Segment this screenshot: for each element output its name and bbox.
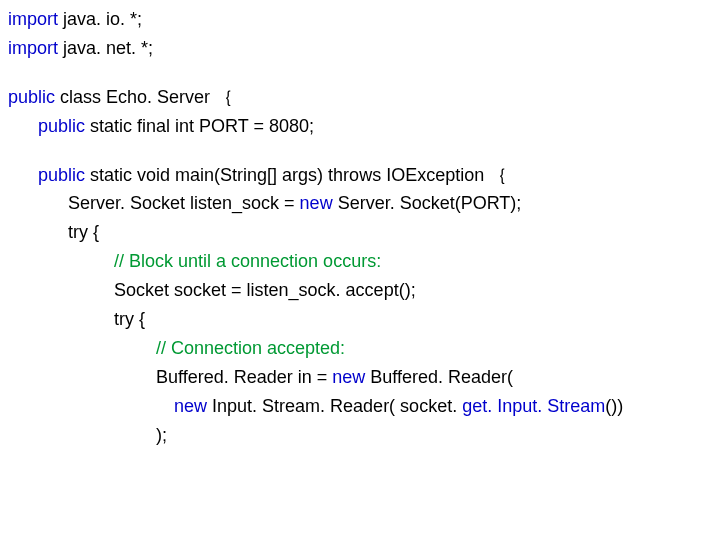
blank-line	[8, 66, 712, 86]
code-line: try {	[8, 221, 712, 250]
code-text: Server. Socket(PORT);	[333, 193, 527, 213]
code-line: public class Echo. Server ｛	[8, 86, 712, 115]
code-text: static final int PORT = 8080;	[85, 116, 319, 136]
code-text: Server. Socket listen_sock =	[68, 193, 300, 213]
code-line: new Input. Stream. Reader( socket. get. …	[8, 395, 712, 424]
code-block: import java. io. *; import java. net. *;…	[0, 0, 720, 452]
code-text: try {	[114, 309, 145, 329]
comment: // Connection accepted:	[156, 338, 350, 358]
keyword-public: public	[8, 87, 55, 107]
method-call: get. Input. Stream	[462, 396, 605, 416]
code-text: try {	[68, 222, 99, 242]
comment: // Block until a connection occurs:	[114, 251, 386, 271]
code-line: // Block until a connection occurs:	[8, 250, 712, 279]
keyword-public: public	[38, 165, 85, 185]
code-text: ())	[605, 396, 623, 416]
keyword-new: new	[300, 193, 333, 213]
code-line: public static void main(String[] args) t…	[8, 164, 712, 193]
keyword-import: import	[8, 38, 58, 58]
code-text: static void main(String[] args) throws I…	[85, 165, 507, 185]
blank-line	[8, 144, 712, 164]
keyword-new: new	[174, 396, 207, 416]
code-line: // Connection accepted:	[8, 337, 712, 366]
code-text: Socket socket = listen_sock. accept();	[114, 280, 421, 300]
code-text: java. net. *;	[58, 38, 158, 58]
code-text: class Echo. Server ｛	[55, 87, 233, 107]
code-text: );	[156, 425, 172, 445]
code-line: import java. net. *;	[8, 37, 712, 66]
code-line: public static final int PORT = 8080;	[8, 115, 712, 144]
keyword-import: import	[8, 9, 58, 29]
code-text: Buffered. Reader(	[365, 367, 513, 387]
code-line: );	[8, 424, 712, 453]
code-line: Buffered. Reader in = new Buffered. Read…	[8, 366, 712, 395]
code-text: java. io. *;	[58, 9, 147, 29]
code-line: try {	[8, 308, 712, 337]
code-line: Server. Socket listen_sock = new Server.…	[8, 192, 712, 221]
code-line: import java. io. *;	[8, 8, 712, 37]
keyword-public: public	[38, 116, 85, 136]
code-text: Buffered. Reader in =	[156, 367, 332, 387]
code-text: Input. Stream. Reader( socket.	[207, 396, 462, 416]
code-line: Socket socket = listen_sock. accept();	[8, 279, 712, 308]
keyword-new: new	[332, 367, 365, 387]
